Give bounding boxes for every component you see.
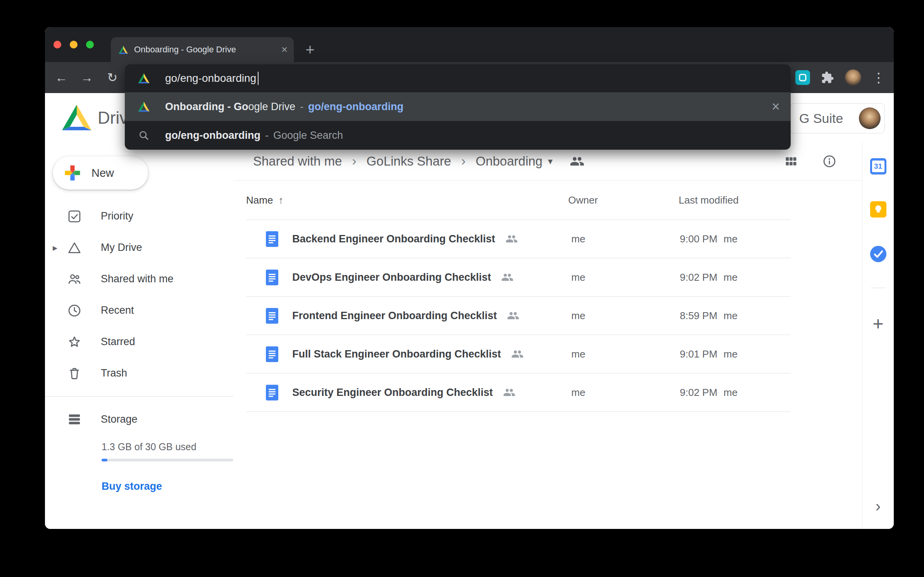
column-header-name-label: Name bbox=[246, 194, 273, 206]
keep-app-icon[interactable] bbox=[870, 201, 886, 219]
window-controls bbox=[53, 27, 94, 62]
sidebar-item-storage[interactable]: Storage bbox=[45, 404, 234, 435]
file-name: Frontend Engineer Onboarding Checklist bbox=[292, 310, 497, 322]
file-table: Name ↑ Owner Last modified Backend Engin… bbox=[246, 181, 791, 412]
buy-storage-link[interactable]: Buy storage bbox=[102, 480, 162, 492]
file-browser-main: Shared with me › GoLinks Share › Onboard… bbox=[234, 142, 862, 529]
sidebar-item-shared-with-me[interactable]: Shared with me bbox=[45, 263, 234, 295]
sidebar-item-trash[interactable]: Trash bbox=[45, 358, 234, 389]
suggestion-separator: - bbox=[265, 130, 269, 142]
rail-divider bbox=[871, 288, 886, 288]
extensions-puzzle-icon[interactable] bbox=[821, 71, 834, 84]
storage-progress-bar bbox=[102, 459, 233, 461]
omnibox-popup: go/eng-onboarding Onboarding - Google Dr… bbox=[125, 64, 791, 150]
modified-by: me bbox=[724, 271, 738, 283]
new-button[interactable]: New bbox=[53, 156, 148, 190]
shared-people-icon bbox=[511, 348, 524, 360]
modified-time: 9:02 PM bbox=[680, 271, 717, 283]
file-row-frontend[interactable]: Frontend Engineer Onboarding Checklist m… bbox=[246, 297, 791, 335]
owner-cell: me bbox=[571, 373, 585, 411]
owner-cell: me bbox=[571, 220, 585, 258]
shared-with-me-icon bbox=[67, 272, 82, 287]
new-button-label: New bbox=[91, 167, 114, 180]
minimize-window-button[interactable] bbox=[70, 41, 78, 48]
sidebar-divider bbox=[45, 396, 234, 397]
account-avatar[interactable] bbox=[859, 107, 881, 129]
suggestion-url: go/eng-onboarding bbox=[308, 101, 403, 113]
drive-logo-icon[interactable] bbox=[62, 105, 91, 130]
modified-time: 9:00 PM bbox=[680, 233, 717, 245]
golinks-extension-icon[interactable] bbox=[795, 70, 810, 85]
sidebar-item-recent[interactable]: Recent bbox=[45, 295, 234, 326]
file-name: Backend Engineer Onboarding Checklist bbox=[292, 233, 495, 245]
owner-cell: me bbox=[571, 335, 585, 373]
sidebar-item-starred[interactable]: Starred bbox=[45, 326, 234, 358]
browser-profile-avatar[interactable] bbox=[845, 69, 861, 86]
file-row-fullstack[interactable]: Full Stack Engineer Onboarding Checklist… bbox=[246, 335, 791, 373]
companion-rail: 31 + › bbox=[862, 142, 894, 529]
hide-panel-chevron-icon[interactable]: › bbox=[876, 498, 881, 514]
browser-tab[interactable]: Onboarding - Google Drive × bbox=[111, 37, 294, 62]
tab-close-icon[interactable]: × bbox=[281, 44, 288, 55]
suggestion-title-match: Onboarding - Go bbox=[165, 101, 248, 113]
shared-people-icon bbox=[503, 386, 515, 399]
file-name: DevOps Engineer Onboarding Checklist bbox=[292, 271, 491, 283]
suggestion-query: go/eng-onboarding bbox=[165, 130, 260, 142]
close-window-button[interactable] bbox=[53, 41, 61, 48]
breadcrumb-shared-with-me[interactable]: Shared with me bbox=[253, 154, 342, 169]
calendar-day: 31 bbox=[872, 161, 884, 172]
sidebar-item-label: My Drive bbox=[101, 242, 142, 254]
new-tab-button[interactable]: + bbox=[299, 37, 321, 62]
remove-suggestion-icon[interactable]: × bbox=[772, 100, 780, 114]
owner-cell: me bbox=[571, 258, 585, 296]
suggestion-drive-onboarding[interactable]: Onboarding - Google Drive - go/eng-onboa… bbox=[125, 92, 791, 121]
column-header-name[interactable]: Name ↑ bbox=[246, 181, 283, 219]
modified-cell: 9:00 PM me bbox=[680, 220, 738, 258]
gsuite-account-box: G Suite bbox=[790, 103, 885, 133]
get-add-ons-button[interactable]: + bbox=[872, 314, 883, 333]
storage-progress-fill bbox=[102, 459, 107, 461]
forward-button[interactable]: → bbox=[79, 69, 95, 86]
calendar-app-icon[interactable]: 31 bbox=[870, 158, 886, 174]
sidebar-item-priority[interactable]: Priority bbox=[45, 200, 234, 232]
star-icon bbox=[67, 335, 82, 349]
breadcrumb-separator-icon: › bbox=[461, 153, 465, 168]
file-row-devops[interactable]: DevOps Engineer Onboarding Checklist me … bbox=[246, 258, 791, 297]
modified-by: me bbox=[724, 348, 738, 360]
browser-menu-icon[interactable]: ⋮ bbox=[872, 71, 885, 84]
grid-view-button[interactable] bbox=[784, 154, 798, 168]
info-button[interactable] bbox=[822, 154, 837, 169]
modified-cell: 9:01 PM me bbox=[680, 335, 738, 373]
folder-shared-icon bbox=[570, 154, 584, 169]
back-button[interactable]: ← bbox=[53, 69, 69, 86]
google-docs-icon bbox=[266, 220, 278, 258]
modified-by: me bbox=[724, 233, 738, 245]
modified-cell: 9:02 PM me bbox=[680, 258, 738, 296]
new-plus-icon bbox=[63, 163, 82, 183]
sidebar-item-label: Trash bbox=[101, 367, 127, 379]
sidebar-item-label: Shared with me bbox=[101, 273, 174, 285]
modified-cell: 8:59 PM me bbox=[680, 297, 738, 335]
trash-icon bbox=[67, 366, 82, 381]
modified-cell: 9:02 PM me bbox=[680, 373, 738, 411]
sidebar-item-my-drive[interactable]: ▸ My Drive bbox=[45, 232, 234, 263]
expand-arrow-icon[interactable]: ▸ bbox=[53, 242, 57, 253]
breadcrumb-golinks-share[interactable]: GoLinks Share bbox=[367, 154, 451, 169]
owner-cell: me bbox=[571, 297, 585, 335]
google-docs-icon bbox=[266, 297, 278, 335]
suggestion-google-search[interactable]: go/eng-onboarding - Google Search bbox=[125, 121, 791, 150]
file-row-backend[interactable]: Backend Engineer Onboarding Checklist me… bbox=[246, 220, 791, 258]
breadcrumb-onboarding[interactable]: Onboarding bbox=[476, 154, 542, 169]
file-row-security[interactable]: Security Engineer Onboarding Checklist m… bbox=[246, 373, 791, 412]
column-header-modified: Last modified bbox=[679, 181, 739, 219]
omnibox-value: go/eng-onboarding bbox=[165, 72, 256, 85]
suggestion-separator: - bbox=[300, 101, 303, 113]
zoom-window-button[interactable] bbox=[86, 41, 94, 48]
reload-button[interactable]: ↻ bbox=[105, 69, 120, 86]
titlebar: Onboarding - Google Drive × + bbox=[45, 27, 894, 62]
table-header-row: Name ↑ Owner Last modified bbox=[246, 181, 791, 220]
omnibox-input[interactable]: go/eng-onboarding bbox=[125, 64, 791, 92]
tasks-app-icon[interactable] bbox=[870, 246, 886, 264]
modified-time: 9:01 PM bbox=[680, 348, 717, 360]
folder-menu-caret-icon[interactable]: ▾ bbox=[548, 156, 553, 167]
